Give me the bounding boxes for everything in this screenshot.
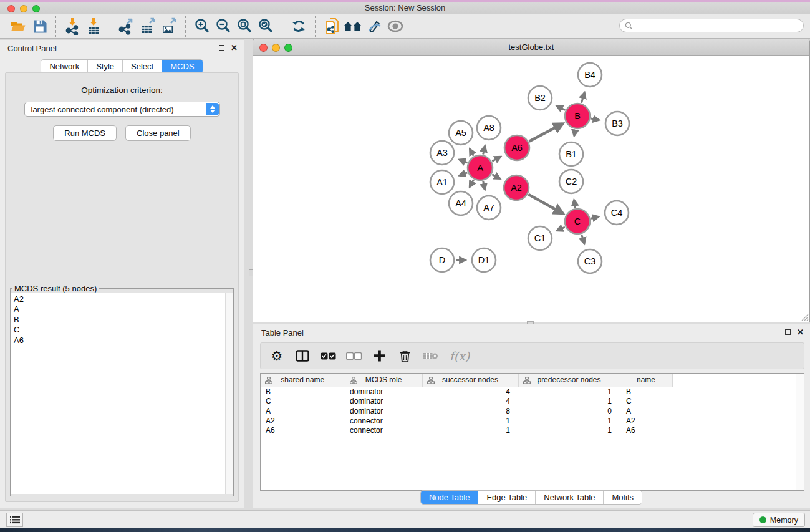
- export-network-icon[interactable]: [116, 16, 137, 36]
- edge-C-C4[interactable]: [591, 217, 598, 219]
- edge-A-A6[interactable]: [492, 157, 500, 161]
- edge-B-B3[interactable]: [591, 118, 599, 120]
- edge-A-A8[interactable]: [483, 146, 485, 154]
- result-item[interactable]: C: [11, 325, 233, 335]
- tab-network-table[interactable]: Network Table: [535, 491, 603, 504]
- edge-C-C1[interactable]: [557, 227, 565, 231]
- column-header-predecessor-nodes[interactable]: predecessor nodes: [518, 374, 620, 387]
- table-row[interactable]: Adominator80A: [261, 406, 804, 416]
- edge-B-B2[interactable]: [557, 106, 565, 110]
- export-table-icon[interactable]: [137, 16, 158, 36]
- node-table[interactable]: shared nameMCDS rolesuccessor nodesprede…: [260, 373, 804, 491]
- close-panel-icon[interactable]: ✕: [231, 44, 238, 51]
- refresh-icon[interactable]: [288, 16, 309, 36]
- node-A3[interactable]: A3: [430, 141, 454, 165]
- table-row[interactable]: A2connector11A2: [261, 416, 804, 426]
- edge-A-A7[interactable]: [483, 181, 485, 189]
- close-table-panel-icon[interactable]: ✕: [797, 329, 804, 336]
- show-hide-graphics-icon[interactable]: [385, 16, 406, 36]
- edge-A-A3[interactable]: [460, 160, 468, 163]
- result-item[interactable]: A2: [11, 294, 233, 304]
- save-session-icon[interactable]: [29, 16, 50, 36]
- node-B[interactable]: B: [565, 104, 590, 128]
- node-A8[interactable]: A8: [477, 116, 501, 140]
- export-image-icon[interactable]: [158, 16, 180, 36]
- node-A7[interactable]: A7: [477, 196, 501, 220]
- edge-A-A1[interactable]: [460, 173, 467, 176]
- column-header-mcds-role[interactable]: MCDS role: [345, 374, 422, 387]
- edge-B-B4[interactable]: [581, 93, 584, 103]
- tab-motifs[interactable]: Motifs: [603, 491, 642, 504]
- network-canvas-area[interactable]: B4B2BB3B1A5A8A3A6AA1C2A4A7A2C4CC1DD1C3: [253, 56, 809, 322]
- network-window-titlebar[interactable]: testGlobe.txt: [253, 39, 809, 56]
- criterion-dropdown[interactable]: largest connected component (directed): [24, 102, 220, 117]
- node-B4[interactable]: B4: [578, 63, 602, 87]
- table-scrollbar[interactable]: [796, 374, 804, 490]
- float-table-panel-icon[interactable]: [785, 329, 791, 335]
- node-D[interactable]: D: [430, 248, 454, 272]
- clone-network-icon[interactable]: [321, 16, 342, 36]
- deselect-all-rows-icon[interactable]: [345, 347, 362, 365]
- table-row[interactable]: Bdominator41B: [261, 387, 804, 397]
- node-C3[interactable]: C3: [578, 249, 602, 273]
- tab-style[interactable]: Style: [87, 60, 122, 73]
- hide-annotations-icon[interactable]: [364, 16, 385, 36]
- tab-edge-table[interactable]: Edge Table: [478, 491, 535, 504]
- edge-C-C3[interactable]: [582, 235, 584, 243]
- node-A5[interactable]: A5: [449, 121, 473, 145]
- result-item[interactable]: B: [11, 315, 233, 325]
- column-header-shared-name[interactable]: shared name: [261, 374, 345, 387]
- node-C[interactable]: C: [565, 209, 590, 234]
- float-panel-icon[interactable]: [219, 45, 224, 51]
- column-header-successor-nodes[interactable]: successor nodes: [422, 374, 518, 387]
- result-list-scrollbar[interactable]: [225, 293, 233, 494]
- import-network-icon[interactable]: [62, 16, 83, 36]
- table-settings-gear-icon[interactable]: ⚙: [268, 347, 286, 365]
- node-A2[interactable]: A2: [504, 175, 529, 200]
- result-item[interactable]: A: [11, 304, 233, 314]
- open-session-icon[interactable]: [7, 16, 29, 36]
- node-D1[interactable]: D1: [472, 248, 496, 272]
- home-icon[interactable]: [342, 16, 364, 36]
- task-history-button[interactable]: [6, 513, 23, 527]
- node-C2[interactable]: C2: [559, 170, 583, 193]
- table-row[interactable]: Cdominator41C: [261, 397, 804, 407]
- edge-B-B1[interactable]: [574, 130, 576, 136]
- import-table-icon[interactable]: [83, 16, 104, 36]
- zoom-in-icon[interactable]: [191, 16, 213, 36]
- window-resize-grip[interactable]: [801, 313, 809, 321]
- delete-column-trash-icon[interactable]: [396, 347, 413, 365]
- edge-C-C2[interactable]: [574, 200, 576, 208]
- node-C1[interactable]: C1: [528, 226, 552, 250]
- vertical-splitter-handle[interactable]: [249, 269, 253, 276]
- tab-select[interactable]: Select: [122, 60, 162, 73]
- zoom-fit-icon[interactable]: [234, 16, 255, 36]
- edge-A-A4[interactable]: [470, 180, 473, 186]
- node-C4[interactable]: C4: [605, 201, 629, 225]
- memory-button[interactable]: Memory: [753, 513, 805, 527]
- node-B2[interactable]: B2: [528, 86, 552, 110]
- node-B3[interactable]: B3: [605, 112, 629, 135]
- run-mcds-button[interactable]: Run MCDS: [53, 125, 117, 141]
- tab-network[interactable]: Network: [41, 60, 87, 73]
- node-A[interactable]: A: [468, 155, 493, 180]
- zoom-out-icon[interactable]: [213, 16, 234, 36]
- node-A1[interactable]: A1: [430, 170, 454, 194]
- edge-A-A5[interactable]: [470, 149, 474, 156]
- table-row[interactable]: A6connector11A6: [261, 425, 804, 435]
- select-all-rows-icon[interactable]: [319, 347, 337, 365]
- create-column-plus-icon[interactable]: [370, 347, 388, 365]
- node-A6[interactable]: A6: [504, 135, 529, 160]
- zoom-selected-icon[interactable]: [255, 16, 276, 36]
- close-panel-button[interactable]: Close panel: [125, 125, 191, 141]
- column-header-name[interactable]: name: [620, 374, 672, 387]
- result-item[interactable]: A6: [11, 336, 233, 346]
- tab-node-table[interactable]: Node Table: [421, 491, 478, 504]
- edge-A-A2[interactable]: [492, 175, 499, 179]
- search-field[interactable]: [619, 19, 804, 32]
- tab-mcds[interactable]: MCDS: [162, 60, 202, 73]
- edge-A6-B[interactable]: [529, 124, 562, 142]
- search-input[interactable]: [636, 20, 803, 31]
- edge-A2-C[interactable]: [528, 195, 562, 213]
- show-columns-icon[interactable]: [294, 347, 311, 365]
